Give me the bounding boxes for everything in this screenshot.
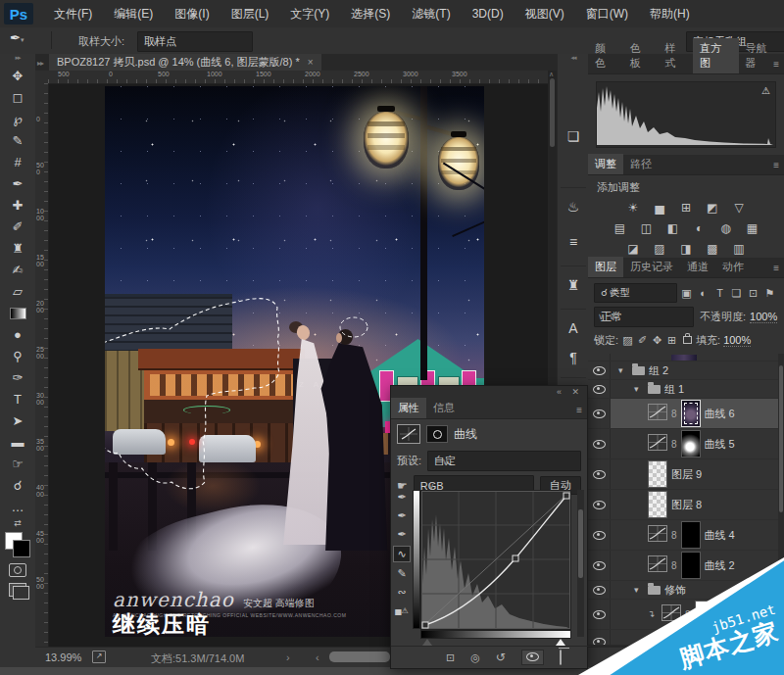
horizontal-scrollbar-thumb[interactable]: [329, 651, 390, 662]
toggle-visibility-icon[interactable]: ◎: [470, 651, 480, 664]
group-disclosure-icon[interactable]: ▾: [634, 384, 644, 394]
dodge-tool[interactable]: ⚲: [0, 346, 35, 367]
menu-item-3D(D)[interactable]: 3D(D): [462, 0, 514, 27]
layer-row-曲线 4[interactable]: 8曲线 4: [588, 520, 778, 551]
filter-icon-2[interactable]: T: [711, 287, 728, 300]
vertical-ruler[interactable]: 0500100015002000250030003500400045005000: [35, 83, 49, 647]
layer-row[interactable]: [588, 630, 778, 646]
rectangle-tool[interactable]: ▬: [0, 432, 35, 454]
layer-row-曲线 5[interactable]: 8曲线 5: [588, 429, 778, 459]
black-point-slider[interactable]: [422, 639, 432, 646]
color-lookup-icon[interactable]: ▦: [743, 219, 762, 236]
curves-icon[interactable]: ⊞: [676, 199, 696, 216]
visibility-eye-icon[interactable]: [593, 385, 606, 394]
brightness-contrast-icon[interactable]: ☀: [623, 199, 643, 216]
menu-item-编辑(E)[interactable]: 编辑(E): [103, 0, 164, 27]
layer-filter-dropdown[interactable]: ☌ 类型∨: [594, 283, 677, 303]
visibility-eye-icon[interactable]: [593, 586, 606, 595]
tab-颜色[interactable]: 颜色: [588, 38, 623, 73]
brush-settings-panel-icon[interactable]: ≡: [558, 230, 589, 254]
document-close-icon[interactable]: ×: [308, 57, 314, 68]
opacity-caret[interactable]: ∨: [598, 312, 605, 321]
visibility-eye-icon[interactable]: [593, 366, 606, 375]
color-swatches[interactable]: [5, 532, 30, 557]
brush-tool[interactable]: ✐: [0, 217, 35, 238]
edit-points-icon[interactable]: ∿: [393, 546, 411, 562]
delete-adjustment-icon[interactable]: [560, 651, 562, 664]
properties-scrollbar[interactable]: [577, 490, 584, 637]
edit-toolbar[interactable]: …: [0, 497, 35, 518]
character-panel-icon[interactable]: A: [558, 316, 589, 340]
horizontal-ruler[interactable]: 5000500100015002000250030003500: [48, 71, 548, 84]
layer-row-曲线 6[interactable]: 8曲线 6: [588, 399, 778, 429]
clipping-warning-icon[interactable]: ▅⚠: [394, 603, 410, 618]
menu-item-视图(V)[interactable]: 视图(V): [514, 0, 575, 27]
black-white-icon[interactable]: ◧: [663, 219, 683, 236]
libraries-panel-icon[interactable]: ❏: [558, 124, 589, 148]
healing-brush-tool[interactable]: ✚: [0, 195, 35, 217]
layer-thumbnail[interactable]: [648, 460, 667, 488]
fill-value[interactable]: 100%: [723, 334, 751, 347]
eye-cell[interactable]: [588, 600, 611, 629]
collapse-panel-icon[interactable]: «: [557, 387, 562, 397]
layer-row-曲线 1[interactable]: ↴8曲线 1: [588, 600, 778, 630]
mask-thumbnail-icon[interactable]: [426, 425, 448, 443]
menu-item-帮助(H)[interactable]: 帮助(H): [639, 0, 701, 27]
layer-mask-thumbnail[interactable]: [681, 552, 701, 579]
tab-调整[interactable]: 调整: [588, 154, 623, 174]
visibility-eye-icon[interactable]: [521, 650, 544, 665]
selective-color-icon[interactable]: ▥: [729, 240, 749, 257]
marquee-tool[interactable]: ◻: [0, 87, 35, 109]
zoom-level[interactable]: 13.99%: [45, 651, 81, 663]
layer-mask-thumbnail[interactable]: [681, 430, 701, 458]
eye-cell[interactable]: [588, 581, 611, 599]
eye-cell[interactable]: [588, 429, 611, 458]
layer-row-组 1[interactable]: ▾组 1: [588, 380, 778, 399]
layer-mask-thumbnail[interactable]: [681, 400, 701, 427]
threshold-icon[interactable]: ◨: [676, 240, 696, 257]
visibility-eye-icon[interactable]: [593, 410, 606, 418]
black-point-eyedropper-icon[interactable]: ✒: [394, 490, 410, 505]
tab-menu-icon[interactable]: ≡: [773, 263, 779, 273]
document-tab[interactable]: BPOZ8127 拷贝.psd @ 14% (曲线 6, 图层蒙版/8) * ×: [49, 54, 321, 71]
lock-icon-0[interactable]: ▨: [620, 334, 635, 347]
posterize-icon[interactable]: ▨: [650, 240, 669, 257]
toolbar-collapse-icon[interactable]: ▸▸: [0, 54, 35, 66]
eye-cell[interactable]: [588, 362, 611, 379]
filter-icon-3[interactable]: ❏: [728, 287, 745, 300]
color-balance-icon[interactable]: ◫: [637, 219, 657, 236]
filter-icon-4[interactable]: ⊡: [745, 287, 761, 300]
screen-mode-button[interactable]: [9, 583, 26, 597]
group-disclosure-icon[interactable]: ▾: [634, 585, 644, 595]
hue-saturation-icon[interactable]: ▤: [611, 219, 630, 236]
layer-row-曲线 2[interactable]: 8曲线 2: [588, 551, 778, 581]
visibility-eye-icon[interactable]: [593, 610, 606, 619]
tab-历史记录[interactable]: 历史记录: [623, 257, 680, 277]
photo-filter-icon[interactable]: ◐: [690, 219, 710, 236]
history-brush-tool[interactable]: ✍: [0, 260, 35, 281]
layer-thumbnail[interactable]: [648, 491, 667, 518]
swap-colors-icon[interactable]: ⇄: [0, 518, 35, 530]
filter-icon-1[interactable]: ◐: [695, 287, 711, 300]
tab-属性[interactable]: 属性: [391, 398, 426, 418]
clone-stamp-tool[interactable]: ♜: [0, 238, 35, 260]
status-arrow-icon[interactable]: ›: [286, 651, 290, 663]
eye-cell[interactable]: [588, 459, 611, 489]
tab-图层[interactable]: 图层: [588, 257, 623, 277]
tab-menu-icon[interactable]: ≡: [773, 160, 779, 170]
layer-row-组 2[interactable]: ▾组 2: [588, 362, 778, 380]
share-icon[interactable]: ↗: [92, 651, 106, 663]
eyedropper-tool[interactable]: ✒: [0, 173, 35, 195]
quick-selection-tool[interactable]: ✎: [0, 130, 35, 152]
visibility-eye-icon[interactable]: [593, 531, 606, 540]
eye-cell[interactable]: [588, 551, 611, 580]
invert-icon[interactable]: ◪: [623, 240, 643, 257]
tab-overflow-icon[interactable]: ▸▸: [37, 59, 43, 68]
blur-tool[interactable]: ●: [0, 324, 35, 346]
eyedropper-tool-icon[interactable]: ✒▾: [10, 30, 43, 50]
clip-to-layer-icon[interactable]: ⊡: [446, 651, 455, 664]
menu-item-窗口(W)[interactable]: 窗口(W): [575, 0, 639, 27]
dock-collapse-icon[interactable]: ◂◂: [558, 54, 589, 66]
tab-通道[interactable]: 通道: [680, 257, 715, 277]
layers-scrollbar[interactable]: [778, 354, 784, 646]
